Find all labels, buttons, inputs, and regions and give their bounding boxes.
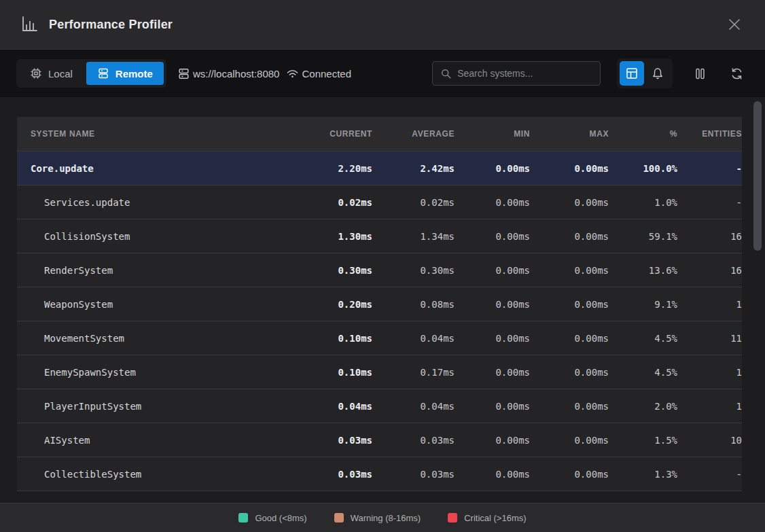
min-cell: 0.00ms <box>455 299 530 310</box>
max-cell: 0.00ms <box>530 333 609 344</box>
legend-item: Good (<8ms) <box>238 513 306 523</box>
system-name-cell: RenderSystem <box>17 265 291 276</box>
alerts-button[interactable] <box>645 61 670 86</box>
connection-status-label: Connected <box>302 68 351 79</box>
percent-cell: 4.5% <box>609 333 677 344</box>
table-body: Core.update2.20ms2.42ms0.00ms0.00ms100.0… <box>17 151 742 491</box>
header-system-name: SYSTEM NAME <box>17 129 291 139</box>
header-percent: % <box>609 129 677 139</box>
wifi-icon <box>286 67 299 80</box>
current-cell: 0.20ms <box>291 299 372 310</box>
max-cell: 0.00ms <box>530 265 609 276</box>
pause-icon <box>694 67 706 80</box>
table-row[interactable]: EnemySpawnSystem0.10ms0.17ms0.00ms0.00ms… <box>17 355 742 389</box>
table-row[interactable]: CollectibleSystem0.03ms0.03ms0.00ms0.00m… <box>17 457 742 491</box>
legend-item: Critical (>16ms) <box>448 513 526 523</box>
min-cell: 0.00ms <box>455 197 530 208</box>
table-view-button[interactable] <box>620 61 644 86</box>
table-row[interactable]: WeaponSystem0.20ms0.08ms0.00ms0.00ms9.1%… <box>17 287 742 321</box>
average-cell: 0.08ms <box>372 299 455 310</box>
local-mode-label: Local <box>48 68 73 79</box>
server-icon <box>97 67 109 79</box>
title-bar: Performance Profiler <box>0 0 765 50</box>
entities-cell: 16 <box>677 231 742 242</box>
average-cell: 0.04ms <box>372 401 455 412</box>
entities-cell: 10 <box>677 435 742 446</box>
header-entities: ENTITIES <box>677 129 742 139</box>
system-name-cell: PlayerInputSystem <box>17 401 291 412</box>
table-row[interactable]: Services.update0.02ms0.02ms0.00ms0.00ms1… <box>17 185 742 219</box>
system-name-cell: EnemySpawnSystem <box>17 367 291 378</box>
min-cell: 0.00ms <box>455 469 530 480</box>
percent-cell: 1.0% <box>609 197 677 208</box>
refresh-button[interactable] <box>724 61 749 86</box>
legend-item: Warning (8-16ms) <box>334 513 421 523</box>
average-cell: 0.04ms <box>372 333 455 344</box>
current-cell: 0.03ms <box>291 435 372 446</box>
max-cell: 0.00ms <box>530 197 609 208</box>
entities-cell: - <box>677 197 742 208</box>
pause-button[interactable] <box>688 61 712 86</box>
percent-cell: 13.6% <box>609 265 677 276</box>
max-cell: 0.00ms <box>530 367 609 378</box>
current-cell: 0.10ms <box>291 367 372 378</box>
table-row[interactable]: RenderSystem0.30ms0.30ms0.00ms0.00ms13.6… <box>17 253 742 287</box>
entities-cell: - <box>677 469 742 480</box>
max-cell: 0.00ms <box>530 163 609 174</box>
local-mode-button[interactable]: Local <box>19 62 84 85</box>
min-cell: 0.00ms <box>455 401 530 412</box>
legend-swatch-icon <box>238 513 248 522</box>
table-row[interactable]: AISystem0.03ms0.03ms0.00ms0.00ms1.5%10 <box>17 423 742 457</box>
system-name-cell: CollisionSystem <box>17 231 291 242</box>
percent-cell: 59.1% <box>609 231 677 242</box>
table-row[interactable]: MovementSystem0.10ms0.04ms0.00ms0.00ms4.… <box>17 321 742 355</box>
header-max: MAX <box>530 129 609 139</box>
table-row[interactable]: Core.update2.20ms2.42ms0.00ms0.00ms100.0… <box>17 151 742 185</box>
legend-swatch-icon <box>448 513 457 522</box>
percent-cell: 1.3% <box>609 469 677 480</box>
system-name-cell: AISystem <box>17 435 291 446</box>
entities-cell: - <box>677 163 742 174</box>
percent-cell: 4.5% <box>609 367 677 378</box>
toolbar: Local Remote ws://localhost:8080 Connect… <box>0 50 765 97</box>
legend-footer: Good (<8ms)Warning (8-16ms)Critical (>16… <box>0 503 765 532</box>
average-cell: 0.17ms <box>372 367 455 378</box>
entities-cell: 11 <box>677 333 742 344</box>
scrollbar-thumb[interactable] <box>753 101 762 251</box>
max-cell: 0.00ms <box>530 469 609 480</box>
remote-mode-button[interactable]: Remote <box>86 62 164 85</box>
system-name-cell: Services.update <box>17 197 291 208</box>
max-cell: 0.00ms <box>530 299 609 310</box>
entities-cell: 1 <box>677 367 742 378</box>
close-icon <box>728 18 741 31</box>
current-cell: 0.04ms <box>291 401 372 412</box>
search-input[interactable] <box>457 68 592 79</box>
average-cell: 0.30ms <box>372 265 455 276</box>
legend-label: Warning (8-16ms) <box>351 513 421 523</box>
entities-cell: 1 <box>677 299 742 310</box>
remote-mode-label: Remote <box>115 68 153 79</box>
server-icon <box>177 67 190 80</box>
connection-endpoint: ws://localhost:8080 <box>177 67 280 80</box>
legend-label: Critical (>16ms) <box>464 513 526 523</box>
table-header-row: SYSTEM NAME CURRENT AVERAGE MIN MAX % EN… <box>17 117 742 151</box>
vertical-scrollbar[interactable] <box>753 100 762 503</box>
current-cell: 1.30ms <box>291 231 372 242</box>
table-row[interactable]: PlayerInputSystem0.04ms0.04ms0.00ms0.00m… <box>17 389 742 423</box>
header-average: AVERAGE <box>372 129 455 139</box>
table-row[interactable]: CollisionSystem1.30ms1.34ms0.00ms0.00ms5… <box>17 219 742 253</box>
mode-segmented-control: Local Remote <box>16 59 166 88</box>
search-icon <box>441 68 451 79</box>
connection-status: Connected <box>286 67 351 80</box>
average-cell: 0.03ms <box>372 435 455 446</box>
average-cell: 0.03ms <box>372 469 455 480</box>
max-cell: 0.00ms <box>530 401 609 412</box>
close-button[interactable] <box>723 13 746 36</box>
percent-cell: 100.0% <box>609 163 677 174</box>
min-cell: 0.00ms <box>455 231 530 242</box>
current-cell: 2.20ms <box>291 163 372 174</box>
header-current: CURRENT <box>291 129 372 139</box>
header-min: MIN <box>455 129 530 139</box>
profiler-content: SYSTEM NAME CURRENT AVERAGE MIN MAX % EN… <box>0 97 765 503</box>
search-box <box>432 61 601 86</box>
